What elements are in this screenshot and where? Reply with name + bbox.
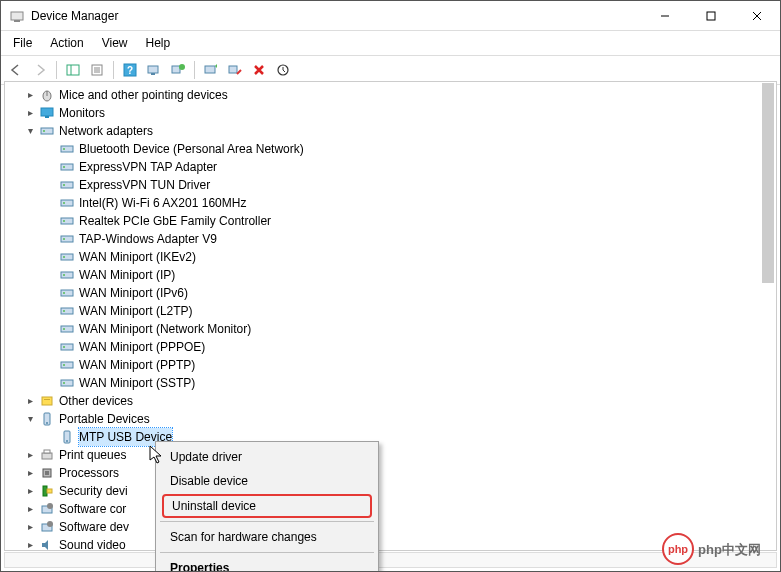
tree-item-network-adapters[interactable]: ▾ Network adapters	[5, 122, 776, 140]
properties-button[interactable]	[86, 59, 108, 81]
svg-rect-45	[61, 308, 73, 314]
tree-item-wan-sstp[interactable]: WAN Miniport (SSTP)	[5, 374, 776, 392]
ctx-separator	[160, 521, 374, 522]
svg-rect-16	[172, 66, 180, 73]
adapter-icon	[59, 375, 75, 391]
tree-item-wan-ipv6[interactable]: WAN Miniport (IPv6)	[5, 284, 776, 302]
enable-device-button[interactable]	[272, 59, 294, 81]
processor-icon	[39, 465, 55, 481]
help-button[interactable]: ?	[119, 59, 141, 81]
chevron-right-icon[interactable]: ▸	[23, 538, 37, 551]
svg-point-40	[63, 256, 65, 258]
ctx-separator	[160, 552, 374, 553]
chevron-down-icon[interactable]: ▾	[23, 412, 37, 426]
svg-point-30	[63, 166, 65, 168]
tree-item-wan-netmon[interactable]: WAN Miniport (Network Monitor)	[5, 320, 776, 338]
scrollbar-thumb[interactable]	[762, 83, 774, 283]
svg-rect-51	[61, 362, 73, 368]
adapter-icon	[59, 339, 75, 355]
chevron-right-icon[interactable]: ▸	[23, 484, 37, 498]
tree-item-sound-video[interactable]: ▸ Sound video	[5, 536, 776, 551]
chevron-right-icon[interactable]: ▸	[23, 88, 37, 102]
adapter-icon	[59, 159, 75, 175]
adapter-icon	[59, 285, 75, 301]
tree-item-wan-l2tp[interactable]: WAN Miniport (L2TP)	[5, 302, 776, 320]
ctx-properties[interactable]: Properties	[158, 556, 376, 572]
menu-action[interactable]: Action	[42, 33, 91, 53]
tree-item-realtek[interactable]: Realtek PCIe GbE Family Controller	[5, 212, 776, 230]
scan-hardware-button[interactable]	[143, 59, 165, 81]
tree-item-security-devices[interactable]: ▸ Security devi	[5, 482, 776, 500]
tree-label: WAN Miniport (PPPOE)	[79, 338, 205, 356]
svg-rect-24	[45, 116, 49, 118]
back-button[interactable]	[5, 59, 27, 81]
tree-item-tap-windows[interactable]: TAP-Windows Adapter V9	[5, 230, 776, 248]
tree-item-evpn-tap[interactable]: ExpressVPN TAP Adapter	[5, 158, 776, 176]
tree-item-wifi[interactable]: Intel(R) Wi-Fi 6 AX201 160MHz	[5, 194, 776, 212]
portable-device-icon	[39, 411, 55, 427]
tree-item-software-components[interactable]: ▸ Software cor	[5, 500, 776, 518]
chevron-right-icon[interactable]: ▸	[23, 448, 37, 462]
chevron-right-icon[interactable]: ▸	[23, 466, 37, 480]
update-driver-button[interactable]	[200, 59, 222, 81]
chevron-right-icon[interactable]: ▸	[23, 502, 37, 516]
menu-help[interactable]: Help	[138, 33, 179, 53]
svg-rect-53	[61, 380, 73, 386]
svg-point-28	[63, 148, 65, 150]
svg-point-32	[63, 184, 65, 186]
tree-item-wan-pppoe[interactable]: WAN Miniport (PPPOE)	[5, 338, 776, 356]
tree-item-other-devices[interactable]: ▸ Other devices	[5, 392, 776, 410]
chevron-right-icon[interactable]: ▸	[23, 520, 37, 534]
svg-rect-1	[14, 20, 20, 22]
chevron-right-icon[interactable]: ▸	[23, 106, 37, 120]
tree-item-bluetooth[interactable]: Bluetooth Device (Personal Area Network)	[5, 140, 776, 158]
svg-rect-62	[44, 450, 50, 453]
ctx-scan-hardware[interactable]: Scan for hardware changes	[158, 525, 376, 549]
window-title: Device Manager	[31, 9, 642, 23]
add-legacy-button[interactable]	[167, 59, 189, 81]
sound-icon	[39, 537, 55, 551]
minimize-button[interactable]	[642, 1, 688, 31]
adapter-icon	[59, 321, 75, 337]
menu-view[interactable]: View	[94, 33, 136, 53]
tree-item-wan-pptp[interactable]: WAN Miniport (PPTP)	[5, 356, 776, 374]
tree-item-wan-ikev2[interactable]: WAN Miniport (IKEv2)	[5, 248, 776, 266]
svg-rect-66	[47, 489, 52, 493]
forward-button[interactable]	[29, 59, 51, 81]
tree-item-mtp-usb[interactable]: MTP USB Device	[5, 428, 776, 446]
svg-rect-55	[42, 397, 52, 405]
menu-file[interactable]: File	[5, 33, 40, 53]
tree-label: ExpressVPN TAP Adapter	[79, 158, 217, 176]
tree-item-monitors[interactable]: ▸ Monitors	[5, 104, 776, 122]
adapter-icon	[59, 303, 75, 319]
tree-item-software-devices[interactable]: ▸ Software dev	[5, 518, 776, 536]
tree-label: WAN Miniport (IPv6)	[79, 284, 188, 302]
maximize-button[interactable]	[688, 1, 734, 31]
close-button[interactable]	[734, 1, 780, 31]
tree-label: WAN Miniport (Network Monitor)	[79, 320, 251, 338]
tree-label: WAN Miniport (IKEv2)	[79, 248, 196, 266]
device-tree[interactable]: ▸ Mice and other pointing devices ▸ Moni…	[5, 82, 776, 551]
tree-item-wan-ip[interactable]: WAN Miniport (IP)	[5, 266, 776, 284]
tree-item-portable-devices[interactable]: ▾ Portable Devices	[5, 410, 776, 428]
disable-device-button[interactable]	[224, 59, 246, 81]
ctx-uninstall-device[interactable]: Uninstall device	[162, 494, 372, 518]
adapter-icon	[59, 213, 75, 229]
tree-label: Processors	[59, 464, 119, 482]
svg-point-58	[46, 422, 48, 424]
chevron-right-icon[interactable]: ▸	[23, 394, 37, 408]
uninstall-device-button[interactable]	[248, 59, 270, 81]
tree-label: Portable Devices	[59, 410, 150, 428]
show-hide-tree-button[interactable]	[62, 59, 84, 81]
tree-item-mice[interactable]: ▸ Mice and other pointing devices	[5, 86, 776, 104]
tree-item-evpn-tun[interactable]: ExpressVPN TUN Driver	[5, 176, 776, 194]
ctx-disable-device[interactable]: Disable device	[158, 469, 376, 493]
ctx-update-driver[interactable]: Update driver	[158, 445, 376, 469]
svg-text:php: php	[668, 543, 688, 555]
tree-label: Software cor	[59, 500, 126, 518]
chevron-down-icon[interactable]: ▾	[23, 124, 37, 138]
tree-item-processors[interactable]: ▸ Processors	[5, 464, 776, 482]
tree-item-print-queues[interactable]: ▸ Print queues	[5, 446, 776, 464]
svg-rect-37	[61, 236, 73, 242]
toolbar-separator	[113, 61, 114, 79]
